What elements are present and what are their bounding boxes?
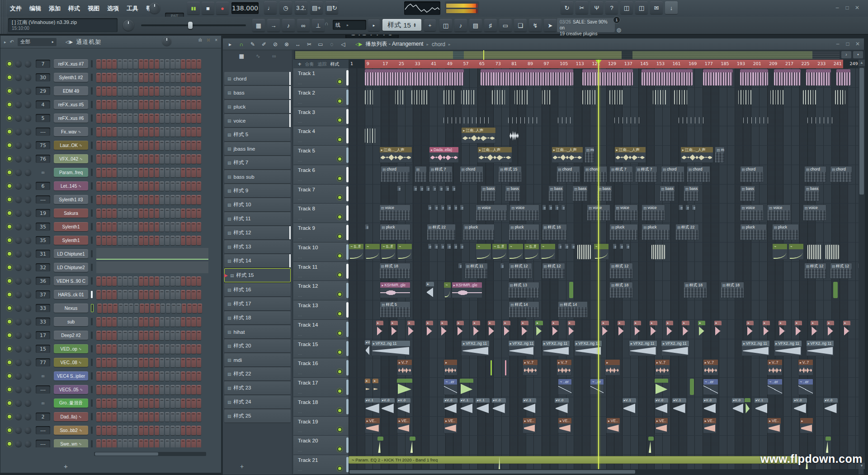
step-cell[interactable] [160, 358, 164, 367]
step-cell[interactable] [128, 127, 132, 137]
step-cell[interactable] [197, 59, 201, 69]
pattern-item-mdi[interactable]: ▤mdi [224, 353, 291, 366]
clip[interactable]: 样式 14 [509, 301, 539, 318]
step-cell[interactable] [160, 154, 164, 164]
clip[interactable]: VE.. [523, 418, 537, 434]
step-cell[interactable] [133, 127, 138, 137]
clip[interactable]: S..ff [381, 243, 396, 260]
channel-button-ld-chiptune2[interactable]: LD Chiptune2 [54, 263, 88, 272]
draw-icon[interactable]: ✎ [249, 41, 256, 48]
clip[interactable] [460, 204, 464, 210]
channel-target-display[interactable]: 33 [36, 318, 50, 326]
channel-volume-knob[interactable] [25, 237, 31, 243]
step-cell[interactable] [139, 317, 143, 327]
step-cell[interactable] [160, 236, 164, 245]
step-cell[interactable] [191, 114, 196, 123]
clip[interactable]: bass [572, 185, 588, 202]
step-cell[interactable] [118, 236, 122, 245]
track-header-3[interactable]: Track 3··· [293, 107, 349, 127]
clip[interactable] [508, 243, 524, 260]
step-cell[interactable] [133, 209, 138, 218]
channel-volume-knob[interactable] [25, 373, 31, 379]
step-cell[interactable] [197, 358, 201, 367]
clip[interactable] [582, 90, 596, 104]
clip[interactable]: V..0 [732, 398, 744, 414]
channel-mute-led[interactable] [7, 156, 12, 162]
track-header-2[interactable]: Track 2··· [293, 88, 349, 107]
step-cell[interactable] [107, 168, 111, 177]
channel-pan-knob[interactable] [15, 386, 22, 393]
step-cell[interactable] [170, 127, 175, 137]
channel-button-vec-08[interactable]: VEC..08∿ [54, 358, 88, 367]
stop-button[interactable]: ■ [202, 2, 214, 14]
clip[interactable]: 样式 12 [609, 263, 633, 279]
step-cell[interactable] [139, 412, 143, 422]
step-cell[interactable] [96, 426, 101, 435]
step-cell[interactable] [102, 141, 106, 150]
step-cell[interactable] [175, 168, 180, 177]
step-cell[interactable] [107, 141, 111, 150]
step-cell[interactable] [155, 168, 159, 177]
step-cell[interactable] [197, 317, 201, 327]
step-cell[interactable] [197, 127, 201, 137]
clip[interactable] [460, 243, 464, 249]
step-cell[interactable] [123, 168, 127, 177]
step-cell[interactable] [139, 127, 143, 137]
track-mute-led[interactable] [337, 427, 342, 432]
clip[interactable] [542, 204, 546, 210]
channel-pan-knob[interactable] [15, 196, 22, 203]
channel-pan-knob[interactable] [15, 61, 22, 67]
track-mute-led[interactable] [337, 446, 342, 451]
step-cell[interactable] [166, 304, 170, 313]
step-cell[interactable] [128, 100, 132, 109]
view-tab-合奏[interactable]: 合奏 [305, 61, 314, 67]
clip[interactable] [457, 321, 464, 337]
link-icon[interactable]: ∞ [297, 19, 310, 32]
step-cell[interactable] [149, 195, 154, 204]
step-cell[interactable] [118, 154, 122, 164]
step-cell[interactable] [170, 439, 175, 448]
step-cell[interactable] [155, 426, 159, 435]
channel-pan-knob[interactable] [15, 169, 22, 176]
clip[interactable] [601, 321, 609, 337]
clip[interactable]: voice [767, 204, 791, 221]
clip[interactable]: V..7 [798, 359, 813, 375]
clip[interactable] [365, 128, 376, 143]
step-cell[interactable] [149, 276, 154, 286]
clip[interactable]: bass [548, 185, 564, 202]
step-cell[interactable] [102, 195, 106, 204]
step-cell[interactable] [123, 358, 127, 367]
channel-target-display[interactable]: ∞ [36, 372, 50, 380]
channel-pan-knob[interactable] [15, 332, 22, 338]
step-cell[interactable] [133, 358, 138, 367]
close-icon[interactable]: × [215, 38, 217, 43]
channel-mute-led[interactable] [7, 251, 12, 256]
clip[interactable]: VE.. [606, 418, 620, 434]
channel-target-display[interactable]: 76 [36, 155, 50, 163]
channel-mute-led[interactable] [7, 428, 12, 433]
clip[interactable] [679, 204, 683, 210]
clip[interactable] [618, 321, 625, 337]
clip[interactable] [445, 185, 449, 191]
step-cell[interactable] [191, 412, 196, 422]
step-cell[interactable] [170, 236, 175, 245]
track-lane-8[interactable]: voicevoicevoicevoicevoicevoicevoicevoice… [349, 204, 864, 223]
clip[interactable] [521, 321, 528, 337]
step-cell[interactable] [192, 304, 197, 313]
step-cell[interactable] [118, 331, 122, 340]
step-cell[interactable] [107, 385, 111, 394]
step-cell[interactable] [123, 236, 127, 245]
step-cell[interactable] [96, 236, 101, 245]
step-cell[interactable] [102, 73, 106, 82]
step-cell[interactable] [112, 181, 117, 191]
step-cell[interactable] [160, 344, 164, 354]
step-cell[interactable] [112, 195, 117, 204]
step-cell[interactable] [160, 439, 164, 448]
step-cell[interactable] [155, 222, 159, 232]
step-cell[interactable] [155, 195, 159, 204]
channel-mute-led[interactable] [7, 265, 12, 270]
step-cell[interactable] [133, 236, 138, 245]
clip[interactable]: V..7 [703, 359, 718, 375]
channel-target-display[interactable]: 7 [36, 60, 50, 68]
clip[interactable]: KSHMR..gle [452, 282, 482, 298]
